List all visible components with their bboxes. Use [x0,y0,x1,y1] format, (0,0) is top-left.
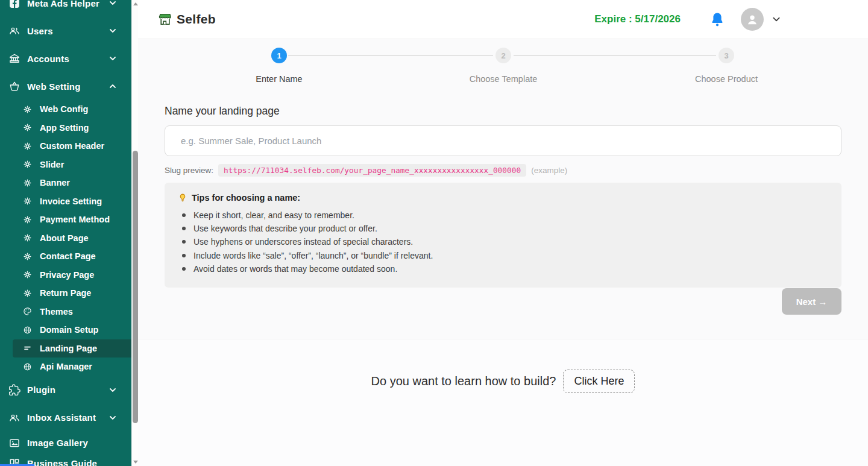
sidebar-item-label: Contact Page [40,251,96,261]
globe-icon [23,326,32,335]
tip-item: Use keywords that describe your product … [178,222,828,235]
sidebar-scrollbar[interactable] [131,0,138,466]
chevron-down-icon [109,415,116,420]
tip-item: Include words like “sale”, “offer”, “lau… [178,249,828,262]
facebook-icon [8,0,20,9]
slug-label: Slug preview: [165,166,213,175]
sidebar-scrollbar-thumb[interactable] [133,151,138,423]
tip-item: Avoid dates or words that may become out… [178,262,828,276]
chevron-down-icon [109,1,116,5]
sidebar-item-plugin[interactable]: Plugin [0,376,131,404]
bank-icon [8,52,20,65]
sidebar-item-inbox-assistant[interactable]: Inbox Assistant [0,404,131,432]
sidebar-item-label: Payment Method [40,215,110,224]
chevron-down-icon [109,56,116,61]
sidebar-item-meta-ads-helper[interactable]: Meta Ads Helper [0,0,131,17]
sidebar-item-label: Custom Header [40,141,104,151]
scroll-down-arrow-icon[interactable] [133,461,138,464]
step-label: Choose Template [470,74,538,84]
slug-url: https://711034.selfeb.com/your_page_name… [218,164,526,177]
sidebar-item-label: Slider [40,160,64,169]
brand-name: Selfeb [177,12,216,27]
chevron-down-icon [109,28,116,33]
sidebar-item-api-manager[interactable]: Api Manager [0,357,131,376]
slug-example: (example) [531,166,567,175]
sidebar-item-accounts[interactable]: Accounts [0,45,131,72]
gear-icon [23,215,32,224]
step-circle-1[interactable]: 1 [271,48,287,63]
tips-box: Tips for choosing a name: Keep it short,… [165,183,841,288]
sidebar-item-label: Accounts [27,54,69,64]
sidebar-item-label: Meta Ads Helper [27,0,99,8]
sidebar-item-label: About Page [40,233,89,243]
basket-icon [8,80,20,92]
sidebar-item-label: Inbox Assistant [27,412,96,423]
sidebar-item-app-setting[interactable]: App Setting [0,119,131,137]
avatar[interactable] [741,8,764,31]
image-icon [8,437,20,449]
sidebar-item-label: App Setting [40,123,89,133]
stepper-connector [288,55,493,56]
step-circle-3[interactable]: 3 [719,48,734,63]
tips-list: Keep it short, clear, and easy to rememb… [178,209,828,276]
stepper-connector [514,55,716,56]
next-button[interactable]: Next → [782,288,841,315]
chevron-up-icon [109,84,116,89]
notification-bell-icon[interactable] [709,11,725,28]
gear-icon [23,160,32,169]
sidebar-item-label: Business Guide [27,458,97,466]
sidebar-item-label: Domain Setup [40,325,98,335]
brand-logo[interactable]: Selfeb [158,12,216,27]
chevron-down-icon[interactable] [772,16,781,22]
sidebar-item-custom-header[interactable]: Custom Header [0,137,131,156]
sidebar: Meta Ads HelperUsersAccountsWeb SettingW… [0,0,138,466]
scroll-up-arrow-icon[interactable] [133,2,138,5]
sidebar-item-web-config[interactable]: Web Config [0,100,131,119]
slug-preview-row: Slug preview: https://711034.selfeb.com/… [165,164,841,177]
sidebar-item-privacy-page[interactable]: Privacy Page [0,266,131,285]
sidebar-item-domain-setup[interactable]: Domain Setup [0,321,131,339]
sidebar-item-image-gallery[interactable]: Image Gallery [0,432,131,455]
wizard-card: 1Enter Name2Choose Template3Choose Produ… [138,39,868,339]
sidebar-item-banner[interactable]: Banner [0,174,131,192]
header-right: Expire : 5/17/2026 [594,8,781,31]
sidebar-item-label: Web Setting [27,81,81,92]
sidebar-item-label: Privacy Page [40,270,94,280]
tip-item: Keep it short, clear, and easy to rememb… [178,209,828,222]
sidebar-item-label: Landing Page [40,344,97,353]
sidebar-item-label: Plugin [27,385,55,395]
sidebar-item-label: Invoice Setting [40,197,102,206]
learn-section: Do you want to learn how to build? Click… [138,370,868,393]
main-area: Selfeb Expire : 5/17/2026 [138,0,868,466]
step-label: Enter Name [256,74,302,84]
sidebar-menu: Meta Ads HelperUsersAccountsWeb SettingW… [0,0,138,466]
puzzle-icon [8,384,20,396]
sidebar-item-users[interactable]: Users [0,17,131,45]
sidebar-item-web-setting[interactable]: Web Setting [0,72,131,100]
sidebar-item-about-page[interactable]: About Page [0,229,131,248]
sidebar-item-invoice-setting[interactable]: Invoice Setting [0,192,131,211]
gear-icon [23,123,32,132]
chevron-down-icon [109,388,116,392]
palette-icon [23,307,32,316]
sidebar-item-payment-method[interactable]: Payment Method [0,210,131,229]
lines-icon [23,344,32,353]
globe-icon [23,362,32,371]
sidebar-item-themes[interactable]: Themes [0,303,131,321]
sidebar-item-contact-page[interactable]: Contact Page [0,247,131,266]
step-circle-2[interactable]: 2 [495,48,511,63]
lightbulb-icon [178,193,187,203]
gear-icon [23,178,32,187]
tips-title-row: Tips for choosing a name: [178,193,828,203]
sidebar-item-landing-page[interactable]: Landing Page [13,339,131,358]
sidebar-item-slider[interactable]: Slider [0,156,131,174]
sidebar-item-label: Users [27,26,53,36]
click-here-button[interactable]: Click Here [563,370,635,393]
learn-question: Do you want to learn how to build? [371,374,556,388]
sidebar-item-return-page[interactable]: Return Page [0,284,131,303]
landing-page-name-input[interactable] [165,125,841,156]
users-icon [8,25,20,37]
users-icon [8,412,20,424]
header: Selfeb Expire : 5/17/2026 [138,0,868,39]
gear-icon [23,233,32,242]
